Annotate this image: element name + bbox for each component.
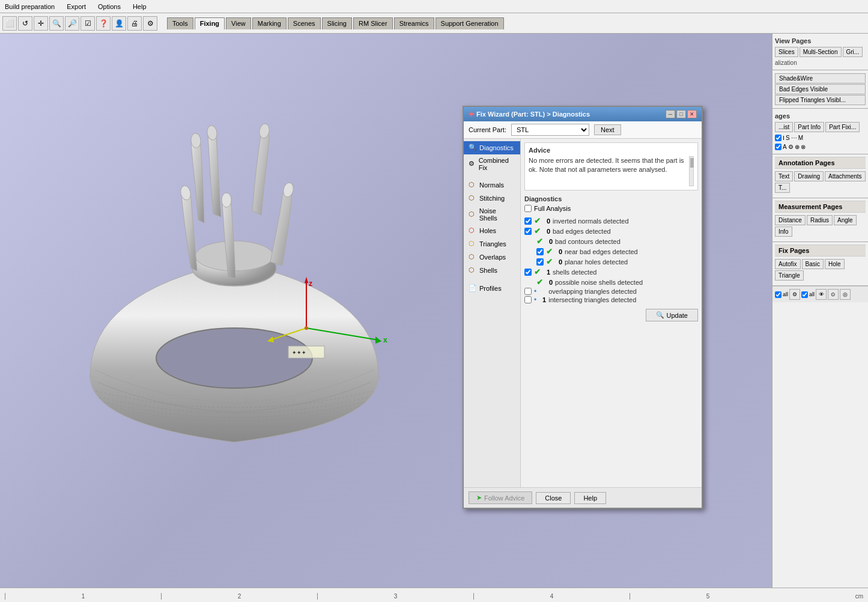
tab-triangle[interactable]: Triangle xyxy=(775,270,804,281)
next-button[interactable]: Next xyxy=(594,124,621,135)
tab-t[interactable]: T... xyxy=(775,183,790,193)
tab-scenes[interactable]: Scenes xyxy=(288,17,321,29)
toolbar-btn-8[interactable]: 🖨 xyxy=(127,16,142,31)
tab-hole[interactable]: Hole xyxy=(825,259,845,269)
nav-stitching[interactable]: ⬡ Stitching xyxy=(464,192,520,205)
icon-m: M xyxy=(798,135,803,141)
toolbar-btn-9[interactable]: ⚙ xyxy=(143,16,157,31)
tab-part-fixi[interactable]: Part Fixi... xyxy=(825,122,860,132)
diag-num-4: 0 xyxy=(555,258,562,266)
tab-marking[interactable]: Marking xyxy=(252,17,287,29)
tab-drawing[interactable]: Drawing xyxy=(794,171,824,181)
toolbar-btn-1[interactable]: ↺ xyxy=(18,16,32,31)
stitching-icon: ⬡ xyxy=(469,194,477,202)
fix-pages-section: Fix Pages Autofix Basic Hole Triangle xyxy=(772,242,868,286)
check-2[interactable] xyxy=(801,291,808,298)
menu-build-preparation[interactable]: Build preparation xyxy=(2,2,57,11)
toolbar-btn-4[interactable]: 🔎 xyxy=(65,16,79,31)
tab-slices[interactable]: Slices xyxy=(775,47,798,57)
checkbox-all-2[interactable] xyxy=(775,144,782,150)
nav-profiles[interactable]: 📄 Profiles xyxy=(464,282,520,295)
tab-angle[interactable]: Angle xyxy=(834,215,857,225)
tab-tools[interactable]: Tools xyxy=(167,17,193,29)
diag-check-0[interactable] xyxy=(524,217,532,225)
full-analysis-label[interactable]: Full Analysis xyxy=(534,205,571,212)
bottom-icon-1[interactable]: ⚙ xyxy=(789,289,800,300)
nav-profiles-label: Profiles xyxy=(479,285,502,292)
advice-title: Advice xyxy=(529,147,694,154)
diag-check-8[interactable] xyxy=(524,296,532,303)
check-all-bottom[interactable] xyxy=(775,291,782,298)
nav-shells[interactable]: ⬡ Shells xyxy=(464,264,520,277)
follow-advice-button[interactable]: ➤ Follow Advice xyxy=(469,491,532,504)
main-area: z x ✦✦✦ xyxy=(0,34,868,588)
diag-label-3: near bad edges detected xyxy=(565,248,638,255)
toolbar-btn-5[interactable]: ☑ xyxy=(80,16,95,31)
nav-normals[interactable]: ⬡ Normals xyxy=(464,178,520,192)
tab-gri[interactable]: Gri... xyxy=(843,47,863,57)
fix-wizard-dialog: ✚ Fix Wizard (Part: STL) > Diagnostics ─… xyxy=(463,106,703,509)
nav-overlaps[interactable]: ⬡ Overlaps xyxy=(464,251,520,264)
tab-part-info[interactable]: Part Info xyxy=(794,122,824,132)
update-button[interactable]: 🔍 Update xyxy=(646,309,698,321)
diag-check-3[interactable] xyxy=(536,248,544,255)
menu-options[interactable]: Options xyxy=(96,2,123,11)
follow-advice-arrow-icon: ➤ xyxy=(476,494,482,502)
tab-view[interactable]: View xyxy=(226,17,251,29)
tab-multi-section[interactable]: Multi-Section xyxy=(800,47,842,57)
nav-diagnostics[interactable]: 🔍 Diagnostics xyxy=(464,141,520,154)
toolbar-btn-7[interactable]: 👤 xyxy=(112,16,126,31)
toolbar-btn-0[interactable]: ⬜ xyxy=(2,16,17,31)
nav-combined-fix[interactable]: ⚙ Combined Fix xyxy=(464,154,520,174)
diag-label-2: bad contours detected xyxy=(555,238,621,245)
bottom-icon-2[interactable]: 👁 xyxy=(816,289,827,300)
bottom-icon-4[interactable]: ◎ xyxy=(840,289,851,300)
tab-support-generation[interactable]: Support Generation xyxy=(436,17,504,29)
nav-holes[interactable]: ⬡ Holes xyxy=(464,224,520,237)
tab-list[interactable]: ...ist xyxy=(775,122,793,132)
close-button[interactable]: ✕ xyxy=(687,110,697,118)
nav-triangles[interactable]: ⬡ Triangles xyxy=(464,237,520,251)
toolbar-btn-6[interactable]: ❓ xyxy=(96,16,111,31)
nav-holes-label: Holes xyxy=(479,227,496,234)
tab-distance[interactable]: Distance xyxy=(775,215,806,225)
tab-info[interactable]: Info xyxy=(775,227,792,237)
tab-basic[interactable]: Basic xyxy=(802,259,824,269)
full-analysis-checkbox[interactable] xyxy=(524,205,532,212)
current-part-select[interactable]: STL xyxy=(511,124,589,136)
right-panel: View Pages Slices Multi-Section Gri... a… xyxy=(772,34,868,588)
tab-autofix[interactable]: Autofix xyxy=(775,259,801,269)
svg-text:x: x xyxy=(383,336,387,344)
tab-rm-slicer[interactable]: RM Slicer xyxy=(353,17,393,29)
ring-3d-view: z x ✦✦✦ xyxy=(30,64,439,472)
view-pages-section: View Pages Slices Multi-Section Gri... a… xyxy=(772,34,868,70)
tab-slicing[interactable]: Slicing xyxy=(322,17,352,29)
shade-wire-button[interactable]: Shade&Wire xyxy=(775,73,866,84)
bad-edges-button[interactable]: Bad Edges Visible xyxy=(775,84,866,94)
viewport[interactable]: z x ✦✦✦ xyxy=(0,34,772,588)
tab-streamics[interactable]: Streamics xyxy=(394,17,434,29)
flipped-triangles-button[interactable]: Flipped Triangles Visibl... xyxy=(775,95,866,105)
menu-help[interactable]: Help xyxy=(130,2,149,11)
annotation-pages-section: Annotation Pages Text Drawing Attachment… xyxy=(772,154,868,198)
minimize-button[interactable]: ─ xyxy=(666,110,675,118)
menu-export[interactable]: Export xyxy=(64,2,88,11)
icon-a: Ⅰ xyxy=(783,135,785,141)
toolbar-btn-2[interactable]: ✛ xyxy=(34,16,48,31)
close-button-footer[interactable]: Close xyxy=(536,492,571,504)
diag-check-4[interactable] xyxy=(536,258,544,266)
tab-text[interactable]: Text xyxy=(775,171,793,181)
diag-check-1[interactable] xyxy=(524,228,532,235)
tab-attachments[interactable]: Attachments xyxy=(825,171,866,181)
toolbar-btn-3[interactable]: 🔍 xyxy=(49,16,64,31)
help-button[interactable]: Help xyxy=(574,492,606,504)
checkbox-all[interactable] xyxy=(775,135,782,141)
measurement-pages-title: Measurement Pages xyxy=(775,201,866,213)
maximize-button[interactable]: □ xyxy=(676,110,686,118)
diag-check-7[interactable] xyxy=(524,288,532,295)
bottom-icon-3[interactable]: ⊙ xyxy=(828,289,839,300)
nav-noise-shells[interactable]: ⬡ Noise Shells xyxy=(464,205,520,224)
tab-radius[interactable]: Radius xyxy=(807,215,833,225)
diag-check-5[interactable] xyxy=(524,269,532,276)
tab-fixing[interactable]: Fixing xyxy=(195,17,225,29)
